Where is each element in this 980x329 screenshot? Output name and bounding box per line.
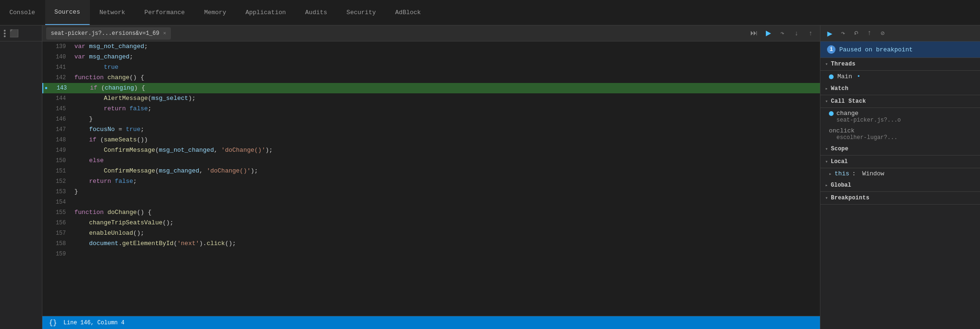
file-tab-close[interactable]: × xyxy=(163,31,166,36)
callstack-label: Call Stack xyxy=(831,98,866,105)
file-tab[interactable]: seat-picker.js?...ersions&v=1_69 × xyxy=(46,27,171,40)
tab-security[interactable]: Security xyxy=(337,0,386,25)
code-editor-section: seat-picker.js?...ersions&v=1_69 × ⏭ ↷ ↓… xyxy=(42,25,820,329)
code-line-147: 147 focusNo = true; xyxy=(42,124,820,135)
step-into-debug-btn[interactable]: ↺ xyxy=(851,28,862,39)
callstack-fn-change: change xyxy=(836,110,859,117)
scope-label: Scope xyxy=(831,146,848,152)
sidebar-toggle-btn[interactable]: ⬛ xyxy=(8,28,20,39)
dot1 xyxy=(4,30,6,32)
code-line-143: 143 if (changing) { xyxy=(42,83,820,93)
threads-label: Threads xyxy=(831,61,855,67)
top-tab-bar: Console Sources Network Performance Memo… xyxy=(0,0,980,25)
callstack-file-onclick: escolher-lugar?... xyxy=(829,134,972,141)
callstack-chevron xyxy=(825,99,828,104)
step-out-btn[interactable]: ↑ xyxy=(805,28,816,39)
global-scope-header[interactable]: Global xyxy=(820,179,980,192)
sources-toolbar: ⬛ xyxy=(0,25,42,41)
code-line-139: 139 var msg_not_changed; xyxy=(42,41,820,52)
code-line-148: 148 if (sameSeats()) xyxy=(42,135,820,145)
code-line-142: 142 function change() { xyxy=(42,73,820,83)
callstack-dot-change xyxy=(829,111,834,116)
breakpoints-chevron xyxy=(825,195,828,201)
watch-label: Watch xyxy=(831,85,848,92)
code-line-149: 149 ConfirmMessage(msg_not_changed, 'doC… xyxy=(42,145,820,156)
deactivate-bp-btn[interactable]: ⊘ xyxy=(877,28,888,39)
callstack-fn-onclick: onclick xyxy=(829,127,855,134)
bp-143 xyxy=(43,83,49,93)
local-scope-items: ▸ this : Window xyxy=(820,168,980,179)
devtools-container: Console Sources Network Performance Memo… xyxy=(0,0,980,329)
code-line-158: 158 document.getElementById('next').clic… xyxy=(42,239,820,249)
right-panel: ▶ ↷ ↺ ↑ ⊘ i Paused on breakpoint Threads… xyxy=(820,25,980,329)
step-into-btn[interactable]: ↓ xyxy=(791,28,802,39)
step-out-debug-btn[interactable]: ↑ xyxy=(864,28,875,39)
scope-this-val: Window xyxy=(862,170,884,177)
scope-this-key: this xyxy=(835,170,849,177)
code-line-155: 155 function doChange() { xyxy=(42,207,820,218)
callstack-item-change[interactable]: change seat-picker.js?...o xyxy=(820,108,980,125)
paused-banner: i Paused on breakpoint xyxy=(820,41,980,58)
code-line-140: 140 var msg_changed; xyxy=(42,52,820,62)
global-chevron xyxy=(825,182,828,188)
thread-main-label: Main xyxy=(837,73,852,80)
tab-console[interactable]: Console xyxy=(0,0,45,25)
step-over-btn[interactable]: ↷ xyxy=(777,28,788,39)
code-line-154: 154 xyxy=(42,197,820,207)
svg-marker-0 xyxy=(766,31,771,36)
debug-toolbar: ▶ ↷ ↺ ↑ ⊘ xyxy=(820,25,980,41)
code-line-153: 153 } xyxy=(42,187,820,197)
code-line-150: 150 else xyxy=(42,156,820,166)
callstack-file-change: seat-picker.js?...o xyxy=(829,117,972,123)
code-line-156: 156 changeTripSeatsValue(); xyxy=(42,218,820,228)
resume-btn[interactable] xyxy=(763,28,774,39)
code-line-151: 151 ConfirmMessage(msg_changed, 'doChang… xyxy=(42,166,820,176)
tab-network[interactable]: Network xyxy=(90,0,135,25)
code-line-145: 145 return false; xyxy=(42,104,820,114)
watch-chevron xyxy=(825,86,828,91)
tab-audits[interactable]: Audits xyxy=(296,0,337,25)
code-line-141: 141 true xyxy=(42,62,820,73)
dot2 xyxy=(4,33,6,34)
threads-list: Main • xyxy=(820,71,980,82)
tab-memory[interactable]: Memory xyxy=(195,0,236,25)
breakpoints-section-header[interactable]: Breakpoints xyxy=(820,192,980,205)
scope-this-arrow: ▸ xyxy=(829,171,832,177)
breakpoints-label: Breakpoints xyxy=(831,195,869,201)
code-line-144: 144 AlertMessage(msg_select); xyxy=(42,93,820,104)
thread-main[interactable]: Main • xyxy=(820,71,980,82)
tab-adblock[interactable]: AdBlock xyxy=(386,0,431,25)
skip-to-end-btn[interactable]: ⏭ xyxy=(748,28,760,39)
tab-performance[interactable]: Performance xyxy=(135,0,195,25)
dot3 xyxy=(4,35,6,37)
code-content[interactable]: 139 var msg_not_changed; 140 var msg_cha… xyxy=(42,41,820,316)
step-over-debug-btn[interactable]: ↷ xyxy=(837,28,849,39)
tab-application[interactable]: Application xyxy=(236,0,296,25)
menu-dots[interactable] xyxy=(3,28,7,39)
local-chevron xyxy=(825,159,828,164)
paused-text: Paused on breakpoint xyxy=(839,46,913,53)
sources-sidebar: ⬛ xyxy=(0,25,42,329)
scope-this[interactable]: ▸ this : Window xyxy=(820,168,980,179)
format-icon[interactable]: {} xyxy=(49,319,57,327)
callstack-item-onclick[interactable]: onclick escolher-lugar?... xyxy=(820,125,980,143)
watch-section-header[interactable]: Watch xyxy=(820,82,980,95)
file-tab-name: seat-picker.js?...ersions&v=1_69 xyxy=(51,30,159,37)
resume-debug-btn[interactable]: ▶ xyxy=(824,28,835,39)
global-label: Global xyxy=(831,182,851,189)
callstack-section-header[interactable]: Call Stack xyxy=(820,95,980,108)
code-line-146: 146 } xyxy=(42,114,820,124)
callstack-list: change seat-picker.js?...o onclick escol… xyxy=(820,108,980,143)
code-line-159: 159 xyxy=(42,249,820,259)
info-icon: i xyxy=(827,45,835,54)
main-layout: ⬛ seat-picker.js?...ersions&v=1_69 × ⏭ xyxy=(0,25,980,329)
thread-main-dot-indicator: • xyxy=(857,73,860,80)
file-tab-bar: seat-picker.js?...ersions&v=1_69 × ⏭ ↷ ↓… xyxy=(42,25,820,41)
threads-section-header[interactable]: Threads xyxy=(820,58,980,71)
local-label: Local xyxy=(831,158,848,165)
tab-sources[interactable]: Sources xyxy=(45,0,90,25)
local-scope-header[interactable]: Local xyxy=(820,156,980,168)
code-line-157: 157 enableUnload(); xyxy=(42,228,820,239)
scope-section-header[interactable]: Scope xyxy=(820,143,980,156)
threads-chevron xyxy=(825,61,828,67)
